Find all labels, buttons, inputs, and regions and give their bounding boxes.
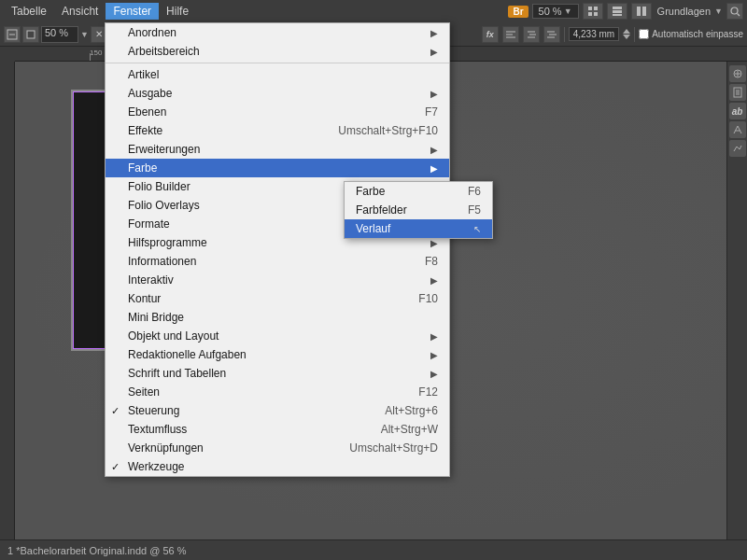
workspace-label: Grundlagen (657, 6, 712, 17)
view-icon[interactable] (631, 3, 652, 20)
zoom-pct-arrow: ▼ (80, 30, 89, 39)
right-panel: ab (726, 62, 747, 539)
svg-point-9 (731, 7, 738, 14)
zoom-dropdown-arrow: ▼ (564, 7, 572, 16)
menu-item-mini-bridge[interactable]: Mini Bridge (106, 308, 449, 327)
layout-icon[interactable] (583, 3, 603, 20)
arrow-interaktiv: ▶ (430, 275, 438, 286)
tb-icon-2[interactable] (22, 26, 39, 43)
arrow-redaktionelle: ▶ (430, 350, 438, 360)
zoom-input[interactable]: 50 % (41, 26, 78, 43)
svg-line-33 (738, 126, 741, 133)
workspace-arrow: ▼ (714, 7, 723, 16)
panel-icon-3[interactable]: ab (729, 103, 746, 119)
search-icon[interactable] (726, 3, 743, 20)
panel-icon-1[interactable] (729, 65, 746, 82)
menu-item-ebenen[interactable]: Ebenen F7 (106, 103, 449, 121)
arrow-arbeitsbereich: ▶ (430, 47, 438, 57)
status-file: 1 *Bachelorarbeit Original.indd @ 56 % (7, 545, 187, 556)
sep-1 (106, 63, 449, 63)
farbe-submenu[interactable]: Farbe F6 Farbfelder F5 Verlauf ↖ (344, 181, 493, 239)
fenster-menu[interactable]: Anordnen ▶ Arbeitsbereich ▶ Artikel Ausg… (105, 22, 450, 477)
menu-ansicht[interactable]: Ansicht (54, 3, 106, 20)
panel-icon-2[interactable] (729, 84, 746, 101)
tb-fx-icon[interactable]: fx (482, 26, 499, 43)
menu-item-seiten[interactable]: Seiten F12 (106, 383, 449, 401)
panel-icon-5[interactable] (729, 140, 746, 157)
menu-tabelle[interactable]: Tabelle (4, 3, 54, 20)
ruler-corner (0, 47, 15, 62)
zoom-control[interactable]: 50 % ▼ (532, 4, 579, 19)
menu-item-steuerung[interactable]: Steuerung Alt+Strg+6 (106, 401, 449, 420)
svg-line-10 (737, 13, 740, 16)
arrow-hilfsprogramme: ▶ (430, 238, 438, 248)
svg-marker-24 (623, 35, 630, 39)
svg-rect-13 (27, 31, 35, 38)
menu-item-verknuepfungen[interactable]: Verknüpfungen Umschalt+Strg+D (106, 439, 449, 457)
menu-item-textumfluss[interactable]: Textumfluss Alt+Strg+W (106, 420, 449, 439)
br-button[interactable]: Br (508, 6, 528, 18)
measurement-field[interactable]: 4,233 mm (569, 27, 619, 41)
svg-rect-4 (613, 7, 622, 9)
svg-rect-6 (613, 14, 622, 16)
menu-hilfe[interactable]: Hilfe (159, 3, 196, 20)
panel-icon-4[interactable] (729, 121, 746, 138)
menu-item-ausgabe[interactable]: Ausgabe ▶ (106, 84, 449, 103)
auto-checkbox-label[interactable]: Automatisch einpasse (639, 29, 743, 39)
status-bar: 1 *Bachelorarbeit Original.indd @ 56 % (0, 539, 747, 560)
menu-item-erweiterungen[interactable]: Erweiterungen ▶ (106, 140, 449, 159)
svg-rect-7 (637, 7, 641, 16)
arrow-ausgabe: ▶ (430, 89, 438, 99)
submenu-item-farbe[interactable]: Farbe F6 (345, 182, 492, 201)
arrow-erweiterungen: ▶ (430, 145, 438, 155)
menu-item-schrift-tabellen[interactable]: Schrift und Tabellen ▶ (106, 364, 449, 383)
arrow-schrift: ▶ (430, 369, 438, 379)
menu-item-anordnen[interactable]: Anordnen ▶ (106, 23, 449, 42)
auto-label: Automatisch einpasse (652, 29, 743, 39)
arrow-anordnen: ▶ (430, 28, 438, 38)
tb-align3[interactable] (543, 26, 560, 43)
svg-marker-23 (623, 29, 630, 34)
menu-item-arbeitsbereich[interactable]: Arbeitsbereich ▶ (106, 42, 449, 61)
menu-item-redaktionelle[interactable]: Redaktionelle Aufgaben ▶ (106, 345, 449, 364)
menu-item-artikel[interactable]: Artikel (106, 65, 449, 84)
svg-rect-8 (642, 7, 646, 16)
submenu-item-farbfelder[interactable]: Farbfelder F5 (345, 201, 492, 219)
tb-align2[interactable] (523, 26, 540, 43)
svg-rect-0 (588, 7, 592, 10)
submenu-item-verlauf[interactable]: Verlauf ↖ (345, 219, 492, 238)
menu-item-werkzeuge[interactable]: Werkzeuge (106, 457, 449, 476)
svg-rect-5 (613, 10, 622, 13)
menu-item-farbe[interactable]: Farbe ▶ (106, 159, 449, 177)
menu-item-kontur[interactable]: Kontur F10 (106, 289, 449, 308)
cursor-indicator: ↖ (473, 224, 481, 234)
svg-rect-2 (588, 12, 592, 16)
svg-rect-1 (594, 7, 598, 10)
measurement-arrows[interactable] (623, 29, 630, 39)
menu-item-objekt-layout[interactable]: Objekt und Layout ▶ (106, 327, 449, 345)
ruler-vertical (0, 62, 15, 539)
arrow-farbe: ▶ (430, 163, 438, 174)
menu-item-interaktiv[interactable]: Interaktiv ▶ (106, 271, 449, 289)
svg-line-32 (734, 126, 738, 133)
svg-rect-3 (594, 12, 598, 16)
tb-icon-1[interactable] (4, 26, 21, 43)
tb-align1[interactable] (502, 26, 519, 43)
arrow-objekt: ▶ (430, 331, 438, 342)
menu-item-effekte[interactable]: Effekte Umschalt+Strg+F10 (106, 121, 449, 140)
menu-bar: Tabelle Ansicht Fenster Hilfe Br 50 % ▼ … (0, 0, 747, 22)
grid-icon[interactable] (607, 3, 627, 20)
auto-checkbox[interactable] (639, 29, 649, 39)
menu-fenster[interactable]: Fenster (106, 3, 159, 20)
menu-item-informationen[interactable]: Informationen F8 (106, 252, 449, 271)
